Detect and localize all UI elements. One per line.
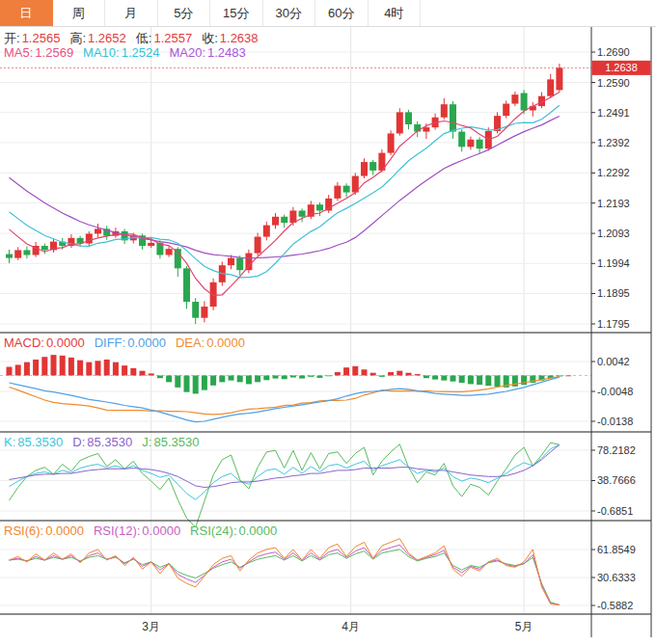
dea-label: DEA: <box>176 335 205 350</box>
tab-日[interactable]: 日 <box>0 0 53 26</box>
ma10-value: 1.2524 <box>122 45 160 60</box>
ma-header: MA5:1.2569MA10:1.2524MA20:1.2483 <box>4 45 248 60</box>
svg-text:1.1895: 1.1895 <box>597 287 630 299</box>
ma5-label: MA5: <box>4 45 33 60</box>
svg-text:1.2690: 1.2690 <box>597 46 630 58</box>
high-value: 1.2652 <box>88 31 126 45</box>
close-label: 收: <box>202 31 218 45</box>
svg-text:61.8549: 61.8549 <box>597 544 636 555</box>
open-label: 开: <box>4 31 20 45</box>
svg-text:78.2182: 78.2182 <box>597 444 636 456</box>
ma5-value: 1.2569 <box>35 45 73 60</box>
svg-text:1.1795: 1.1795 <box>597 318 630 330</box>
svg-text:0.0042: 0.0042 <box>597 356 630 367</box>
svg-text:1.2491: 1.2491 <box>597 107 630 119</box>
tab-60分[interactable]: 60分 <box>315 0 369 26</box>
chart-canvas: 1.26901.25901.24911.23921.22921.21931.20… <box>0 0 656 644</box>
month-label-5月: 5月 <box>515 619 533 635</box>
svg-text:1.2292: 1.2292 <box>597 167 630 178</box>
macd-header: MACD:0.0000DIFF:0.0000DEA:0.0000 <box>4 335 247 350</box>
rsi6-label: RSI(6): <box>4 523 43 538</box>
svg-text:1.2193: 1.2193 <box>597 198 630 209</box>
svg-text:1.1994: 1.1994 <box>597 257 630 269</box>
rsi24-value: 0.0000 <box>239 523 278 538</box>
diff-value: 0.0000 <box>127 335 166 350</box>
macd-value: 0.0000 <box>46 335 85 350</box>
rsi-header: RSI(6):0.0000RSI(12):0.0000RSI(24):0.000… <box>4 523 279 538</box>
svg-text:-0.0138: -0.0138 <box>597 416 633 427</box>
svg-text:30.6333: 30.6333 <box>597 572 636 583</box>
diff-label: DIFF: <box>95 335 126 350</box>
j-label: J: <box>142 435 151 449</box>
rsi24-label: RSI(24): <box>190 523 236 538</box>
tab-30分[interactable]: 30分 <box>263 0 316 26</box>
tab-月[interactable]: 月 <box>105 0 158 26</box>
month-label-4月: 4月 <box>342 619 360 635</box>
kdj-header: K:85.3530D:85.3530J:85.3530 <box>4 435 201 449</box>
tab-4时[interactable]: 4时 <box>369 0 422 26</box>
month-label-3月: 3月 <box>142 619 160 635</box>
svg-text:-0.0048: -0.0048 <box>597 386 633 397</box>
low-value: 1.2557 <box>153 31 192 45</box>
k-value: 85.3530 <box>17 435 63 449</box>
macd-label: MACD: <box>4 335 44 350</box>
rsi12-value: 0.0000 <box>142 523 180 538</box>
rsi6-value: 0.0000 <box>45 523 84 538</box>
open-value: 1.2565 <box>22 31 61 45</box>
x-axis-labels: 3月4月5月 <box>0 616 656 639</box>
svg-text:1.2392: 1.2392 <box>597 137 630 148</box>
k-label: K: <box>4 435 15 449</box>
ma20-label: MA20: <box>169 45 205 60</box>
low-label: 低: <box>136 31 152 45</box>
dea-value: 0.0000 <box>206 335 245 350</box>
svg-text:38.7666: 38.7666 <box>597 474 636 486</box>
trading-chart-app: 日周月5分15分30分60分4时 1.26901.25901.24911.239… <box>0 0 656 644</box>
last-price-badge-text: 1.2638 <box>605 62 638 73</box>
high-label: 高: <box>69 31 86 45</box>
d-label: D: <box>72 435 85 449</box>
tab-15分[interactable]: 15分 <box>210 0 263 26</box>
ma10-label: MA10: <box>83 45 120 60</box>
tab-周[interactable]: 周 <box>53 0 106 26</box>
rsi12-label: RSI(12): <box>94 523 140 538</box>
svg-text:-0.6851: -0.6851 <box>597 505 633 517</box>
tab-5分[interactable]: 5分 <box>158 0 211 26</box>
j-value: 85.3530 <box>153 435 199 449</box>
timeframe-tabbar: 日周月5分15分30分60分4时 <box>0 0 656 27</box>
close-value: 1.2638 <box>220 31 259 45</box>
ma20-value: 1.2483 <box>207 45 246 60</box>
svg-text:1.2590: 1.2590 <box>597 77 630 89</box>
svg-text:1.2093: 1.2093 <box>597 228 630 239</box>
svg-text:-0.5882: -0.5882 <box>597 600 633 611</box>
d-value: 85.3530 <box>87 435 132 449</box>
